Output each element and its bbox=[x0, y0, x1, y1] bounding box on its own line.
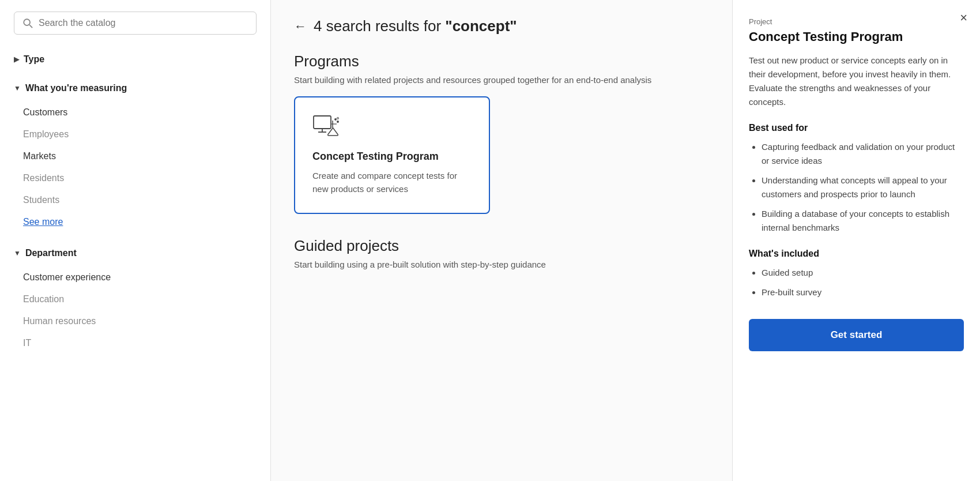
filter-item-education[interactable]: Education bbox=[23, 288, 257, 310]
measuring-arrow-icon: ▼ bbox=[14, 84, 21, 92]
best-used-for-item-3: Building a database of your concepts to … bbox=[762, 207, 964, 235]
best-used-for-item-1: Capturing feedback and validation on you… bbox=[762, 140, 964, 168]
filter-item-students[interactable]: Students bbox=[23, 189, 257, 211]
measuring-filter-section: ▼ What you're measuring Customers Employ… bbox=[14, 80, 257, 233]
filter-item-markets[interactable]: Markets bbox=[23, 145, 257, 167]
whats-included-item-1: Guided setup bbox=[762, 266, 964, 280]
search-icon bbox=[22, 18, 33, 28]
card-title: Concept Testing Program bbox=[312, 151, 472, 163]
measuring-filter-header[interactable]: ▼ What you're measuring bbox=[14, 80, 257, 97]
search-results-title: 4 search results for "concept" bbox=[314, 17, 517, 35]
back-button[interactable]: ← bbox=[294, 19, 307, 34]
best-used-for-heading: Best used for bbox=[749, 123, 964, 133]
filter-item-employees[interactable]: Employees bbox=[23, 123, 257, 145]
filter-item-customer-experience[interactable]: Customer experience bbox=[23, 266, 257, 288]
measuring-filter-label: What you're measuring bbox=[25, 83, 127, 93]
guided-projects-section-subtitle: Start building using a pre-built solutio… bbox=[294, 260, 709, 269]
type-arrow-icon: ▶ bbox=[14, 55, 19, 63]
whats-included-item-2: Pre-built survey bbox=[762, 285, 964, 299]
department-arrow-icon: ▼ bbox=[14, 249, 21, 257]
see-more-link[interactable]: See more bbox=[23, 211, 257, 233]
filter-item-residents[interactable]: Residents bbox=[23, 167, 257, 189]
main-content: ← 4 search results for "concept" Program… bbox=[271, 0, 732, 481]
back-row: ← 4 search results for "concept" bbox=[294, 17, 709, 35]
panel-title: Concept Testing Program bbox=[749, 29, 964, 44]
svg-point-0 bbox=[24, 19, 30, 25]
department-filter-label: Department bbox=[25, 248, 77, 258]
best-used-for-item-2: Understanding what concepts will appeal … bbox=[762, 174, 964, 201]
get-started-button[interactable]: Get started bbox=[749, 319, 964, 351]
department-filter-items: Customer experience Education Human reso… bbox=[14, 266, 257, 354]
type-filter-header[interactable]: ▶ Type bbox=[14, 51, 257, 68]
svg-point-6 bbox=[335, 119, 336, 120]
svg-point-7 bbox=[337, 121, 338, 122]
type-filter-section: ▶ Type bbox=[14, 51, 257, 68]
svg-rect-2 bbox=[314, 116, 331, 129]
search-box[interactable] bbox=[14, 12, 257, 35]
best-used-for-list: Capturing feedback and validation on you… bbox=[749, 140, 964, 235]
panel-description: Test out new product or service concepts… bbox=[749, 54, 964, 109]
guided-projects-section-title: Guided projects bbox=[294, 237, 709, 255]
concept-testing-card[interactable]: Concept Testing Program Create and compa… bbox=[294, 96, 490, 214]
programs-section-subtitle: Start building with related projects and… bbox=[294, 75, 709, 85]
sidebar: ▶ Type ▼ What you're measuring Customers… bbox=[0, 0, 271, 481]
search-input[interactable] bbox=[39, 18, 248, 28]
concept-testing-icon bbox=[312, 115, 341, 140]
measuring-filter-items: Customers Employees Markets Residents St… bbox=[14, 102, 257, 233]
close-button[interactable]: × bbox=[960, 10, 967, 25]
type-filter-label: Type bbox=[24, 54, 44, 65]
whats-included-list: Guided setup Pre-built survey bbox=[749, 266, 964, 299]
card-description: Create and compare concept tests for new… bbox=[312, 170, 472, 196]
panel-label: Project bbox=[749, 17, 964, 26]
filter-item-customers[interactable]: Customers bbox=[23, 102, 257, 123]
svg-point-8 bbox=[337, 118, 339, 119]
detail-panel: × Project Concept Testing Program Test o… bbox=[732, 0, 980, 481]
filter-item-human-resources[interactable]: Human resources bbox=[23, 310, 257, 332]
department-filter-section: ▼ Department Customer experience Educati… bbox=[14, 245, 257, 354]
filter-item-it[interactable]: IT bbox=[23, 332, 257, 354]
programs-section-title: Programs bbox=[294, 52, 709, 70]
whats-included-heading: What's included bbox=[749, 249, 964, 259]
search-query: "concept" bbox=[445, 17, 517, 35]
svg-line-1 bbox=[29, 25, 32, 28]
department-filter-header[interactable]: ▼ Department bbox=[14, 245, 257, 262]
